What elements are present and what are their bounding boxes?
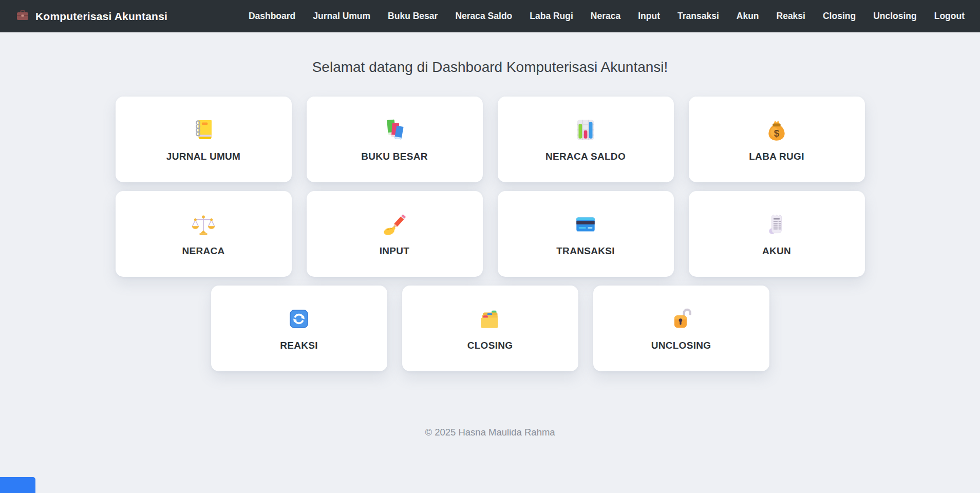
nav-item-unclosing[interactable]: Unclosing [873, 11, 917, 21]
brand[interactable]: Komputerisasi Akuntansi [15, 8, 167, 25]
card-unclosing[interactable]: UNCLOSING [593, 286, 769, 371]
card-neraca-saldo[interactable]: NERACA SALDO [498, 97, 674, 182]
card-neraca[interactable]: NERACA [116, 191, 292, 277]
money-bag-icon: $ [764, 117, 789, 143]
refresh-arrows-icon [286, 306, 312, 332]
nav-item-akun[interactable]: Akun [737, 11, 759, 21]
card-label: AKUN [762, 245, 791, 257]
writing-hand-icon [382, 212, 407, 237]
nav-item-transaksi[interactable]: Transaksi [677, 11, 719, 21]
balance-scale-icon [191, 212, 216, 237]
nav-item-logout[interactable]: Logout [934, 11, 965, 21]
nav-item-jurnal-umum[interactable]: Jurnal Umum [313, 11, 370, 21]
card-jurnal-umum[interactable]: JURNAL UMUM [116, 97, 292, 182]
card-label: CLOSING [467, 340, 513, 351]
card-label: UNCLOSING [651, 340, 711, 351]
brand-label: Komputerisasi Akuntansi [35, 10, 167, 23]
credit-card-icon [573, 212, 598, 237]
nav-item-neraca[interactable]: Neraca [591, 11, 620, 21]
welcome-heading: Selamat datang di Dashboard Komputerisas… [0, 59, 980, 75]
card-akun[interactable]: AKUN [689, 191, 865, 277]
card-reaksi[interactable]: REAKSI [211, 286, 387, 371]
nav-item-laba-rugi[interactable]: Laba Rugi [530, 11, 573, 21]
books-icon [382, 117, 407, 143]
card-label: BUKU BESAR [361, 151, 428, 162]
copyright-text: © 2025 Hasna Maulida Rahma [0, 427, 980, 438]
card-row-2: NERACA [0, 191, 980, 277]
card-input[interactable]: INPUT [307, 191, 483, 277]
svg-text:$: $ [774, 127, 780, 138]
card-label: NERACA SALDO [545, 151, 626, 162]
nav-item-buku-besar[interactable]: Buku Besar [388, 11, 438, 21]
card-closing[interactable]: CLOSING [402, 286, 578, 371]
card-label: LABA RUGI [749, 151, 804, 162]
receipt-icon [764, 212, 789, 237]
footer: © 2025 Hasna Maulida Rahma [0, 427, 980, 438]
open-lock-icon [668, 306, 694, 332]
bar-chart-icon [573, 117, 598, 143]
nav-item-reaksi[interactable]: Reaksi [777, 11, 805, 21]
briefcase-icon [15, 8, 30, 25]
nav-links: Dashboard Jurnal Umum Buku Besar Neraca … [249, 11, 965, 22]
nav-item-neraca-saldo[interactable]: Neraca Saldo [455, 11, 512, 21]
card-row-1: JURNAL UMUM [0, 97, 980, 182]
card-label: JURNAL UMUM [166, 151, 240, 162]
nav-item-dashboard[interactable]: Dashboard [249, 11, 295, 21]
card-index-dividers-icon [477, 306, 503, 332]
card-label: INPUT [380, 245, 410, 257]
card-buku-besar[interactable]: BUKU BESAR [307, 97, 483, 182]
card-row-3: REAKSI CLOSING [0, 286, 980, 371]
card-laba-rugi[interactable]: $ LABA RUGI [689, 97, 865, 182]
dashboard-grid: JURNAL UMUM [0, 97, 980, 371]
card-label: TRANSAKSI [556, 245, 615, 257]
main-content: Selamat datang di Dashboard Komputerisas… [0, 59, 980, 438]
nav-item-closing[interactable]: Closing [823, 11, 856, 21]
bottom-left-partial-element [0, 477, 35, 493]
card-label: NERACA [182, 245, 224, 257]
top-navbar: Komputerisasi Akuntansi Dashboard Jurnal… [0, 0, 980, 32]
card-label: REAKSI [280, 340, 318, 351]
spiral-notebook-icon [191, 117, 216, 143]
nav-item-input[interactable]: Input [638, 11, 660, 21]
card-transaksi[interactable]: TRANSAKSI [498, 191, 674, 277]
